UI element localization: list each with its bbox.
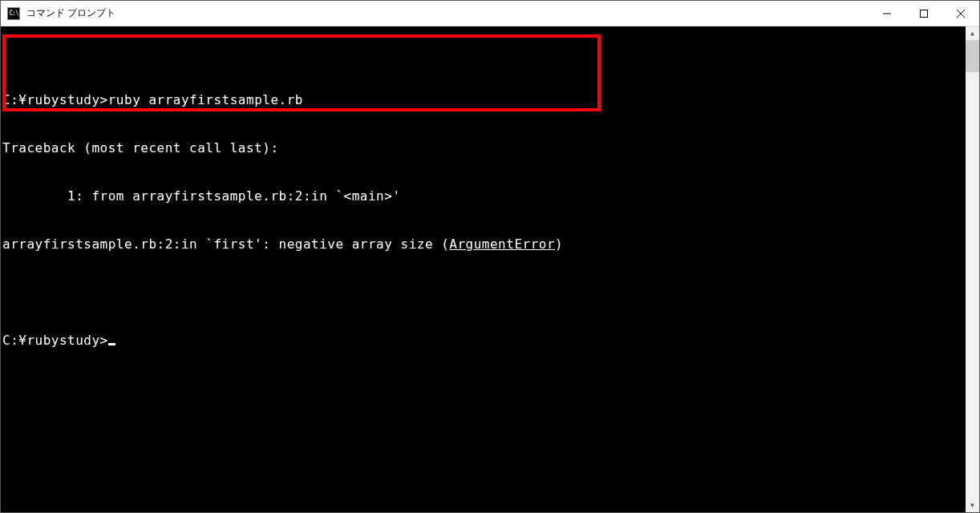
- terminal-line: C:¥rubystudy>: [1, 333, 966, 349]
- text-cursor: [108, 343, 115, 345]
- terminal-line: 1: from arrayfirstsample.rb:2:in `<main>…: [1, 188, 966, 204]
- scroll-up-arrow-icon[interactable]: ▲: [966, 26, 979, 40]
- terminal-line-blank: [1, 285, 966, 301]
- window-controls: [869, 1, 979, 26]
- minimize-button[interactable]: [869, 1, 905, 26]
- traceback-frame: 1: from arrayfirstsample.rb:2:in `<main>…: [2, 188, 401, 204]
- traceback-header: Traceback (most recent call last):: [2, 140, 279, 156]
- error-text-a: arrayfirstsample.rb:2:in `first': negati…: [2, 236, 449, 252]
- scrollbar-thumb[interactable]: [966, 40, 979, 72]
- minimize-icon: [883, 10, 891, 18]
- command-text: ruby arrayfirstsample.rb: [108, 92, 303, 107]
- scroll-down-arrow-icon[interactable]: ▼: [966, 499, 979, 512]
- svg-rect-1: [921, 10, 928, 17]
- prompt-text: C:¥rubystudy>: [2, 92, 108, 107]
- terminal-line: arrayfirstsample.rb:2:in `first': negati…: [1, 236, 966, 252]
- window-title: コマンド プロンプト: [26, 6, 115, 20]
- terminal-line: Traceback (most recent call last):: [1, 140, 966, 156]
- error-class: ArgumentError: [449, 236, 555, 252]
- terminal-output[interactable]: C:¥rubystudy>ruby arrayfirstsample.rb Tr…: [1, 26, 966, 512]
- close-button[interactable]: [942, 1, 979, 26]
- terminal-line: C:¥rubystudy>ruby arrayfirstsample.rb: [1, 75, 966, 108]
- prompt-text: C:¥rubystudy>: [2, 333, 108, 348]
- vertical-scrollbar[interactable]: ▲ ▼: [966, 26, 979, 512]
- content-area: C:¥rubystudy>ruby arrayfirstsample.rb Tr…: [1, 26, 979, 512]
- error-text-b: ): [555, 236, 563, 252]
- maximize-icon: [920, 10, 928, 18]
- titlebar[interactable]: C:\ コマンド プロンプト: [1, 1, 979, 26]
- app-icon: C:\: [7, 7, 20, 20]
- close-icon: [957, 10, 965, 18]
- maximize-button[interactable]: [905, 1, 942, 26]
- window-frame: C:\ コマンド プロンプト C:¥rubystudy>ruby arrayfi…: [0, 0, 980, 513]
